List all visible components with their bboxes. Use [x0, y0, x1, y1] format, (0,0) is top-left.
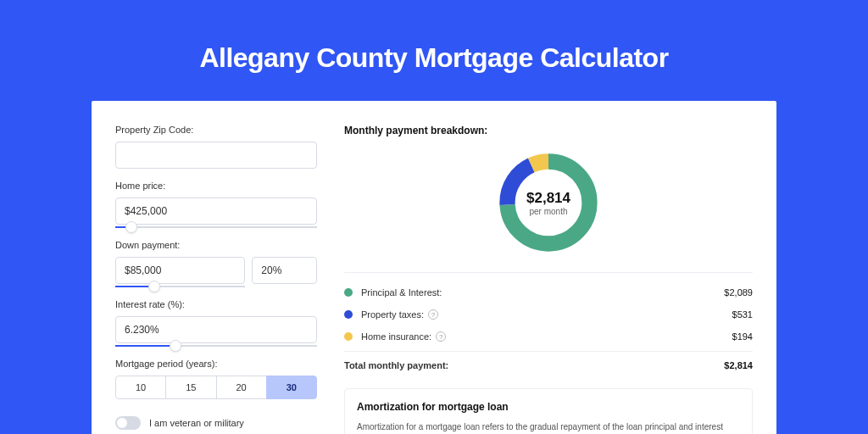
period-btn-15[interactable]: 15 [165, 376, 216, 399]
calculator-card: Property Zip Code: Home price: Down paym… [92, 101, 776, 434]
line-taxes: Property taxes: ? $531 [344, 303, 753, 326]
val-insurance: $194 [732, 331, 753, 342]
down-payment-pct-input[interactable] [252, 257, 317, 284]
toggle-knob [117, 418, 127, 428]
period-btn-30[interactable]: 30 [266, 376, 317, 399]
val-taxes: $531 [732, 309, 753, 320]
period-btn-20[interactable]: 20 [216, 376, 267, 399]
dot-taxes [344, 310, 353, 319]
line-principal: Principal & Interest: $2,089 [344, 281, 753, 303]
label-principal: Principal & Interest: [361, 287, 442, 298]
donut-amount: $2,814 [526, 190, 570, 207]
veteran-toggle[interactable] [115, 416, 141, 430]
page-title: Allegany County Mortgage Calculator [92, 42, 776, 74]
help-icon[interactable]: ? [436, 331, 446, 342]
amortization-card: Amortization for mortgage loan Amortizat… [344, 388, 753, 434]
label-insurance: Home insurance: [361, 331, 431, 342]
interest-slider[interactable] [115, 345, 317, 347]
interest-label: Interest rate (%): [115, 299, 317, 309]
val-total: $2,814 [724, 360, 753, 370]
down-payment-label: Down payment: [115, 240, 317, 250]
interest-input[interactable] [115, 316, 317, 343]
line-insurance: Home insurance: ? $194 [344, 326, 753, 348]
amortization-title: Amortization for mortgage loan [357, 401, 740, 413]
donut-chart: $2,814 per month [494, 148, 603, 257]
veteran-label: I am veteran or military [149, 418, 244, 428]
home-price-slider[interactable] [115, 226, 317, 228]
zip-label: Property Zip Code: [115, 125, 317, 135]
donut-sub: per month [529, 207, 567, 216]
form-column: Property Zip Code: Home price: Down paym… [115, 125, 317, 434]
home-price-input[interactable] [115, 198, 317, 225]
period-group: 10 15 20 30 [115, 376, 317, 399]
breakdown-column: Monthly payment breakdown: $2,814 per mo… [344, 125, 753, 434]
period-btn-10[interactable]: 10 [115, 376, 166, 399]
period-label: Mortgage period (years): [115, 359, 317, 369]
dot-insurance [344, 332, 353, 341]
line-total: Total monthly payment: $2,814 [344, 351, 753, 376]
zip-input[interactable] [115, 142, 317, 169]
label-taxes: Property taxes: [361, 309, 424, 320]
amortization-text: Amortization for a mortgage loan refers … [357, 421, 740, 434]
divider [344, 272, 753, 273]
label-total: Total monthly payment: [344, 360, 448, 370]
val-principal: $2,089 [724, 287, 753, 298]
breakdown-title: Monthly payment breakdown: [344, 125, 753, 136]
home-price-label: Home price: [115, 181, 317, 191]
help-icon[interactable]: ? [428, 309, 438, 320]
dot-principal [344, 288, 353, 297]
down-payment-input[interactable] [115, 257, 245, 284]
down-payment-slider[interactable] [115, 286, 245, 287]
